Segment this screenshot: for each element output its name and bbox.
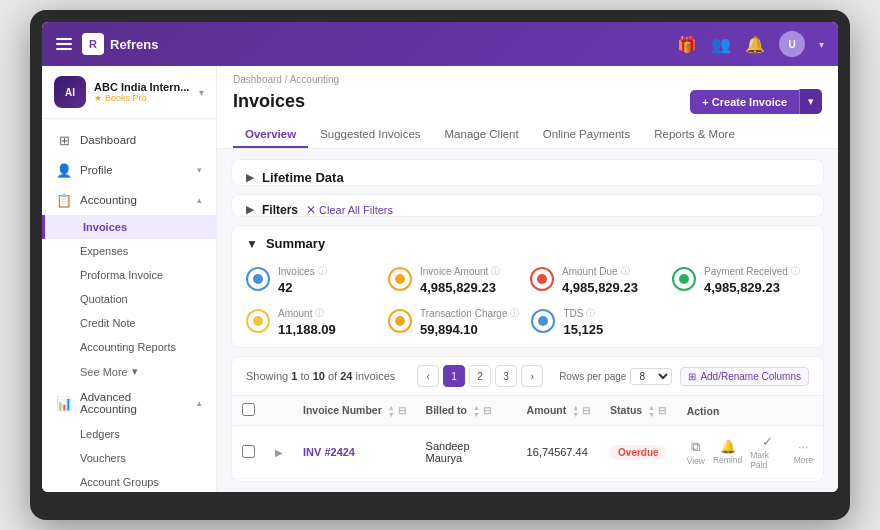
lifetime-data-header[interactable]: ▶ Lifetime Data xyxy=(232,160,823,186)
tab-onlinepayments[interactable]: Online Payments xyxy=(531,122,643,148)
info-icon-amount-due: ⓘ xyxy=(621,265,630,278)
filter-icon-number[interactable]: ⊟ xyxy=(398,405,406,416)
lifetime-data-block: ▶ Lifetime Data xyxy=(231,159,824,186)
profile-icon: 👤 xyxy=(56,162,72,178)
create-invoice-dropdown-button[interactable]: ▾ xyxy=(799,89,822,114)
filter-icon-amount[interactable]: ⊟ xyxy=(582,405,590,416)
company-chevron: ▾ xyxy=(199,87,204,98)
clear-filters-button[interactable]: ✕ Clear All Filters xyxy=(306,203,393,217)
user-avatar[interactable]: U xyxy=(779,31,805,57)
logo: R Refrens xyxy=(82,33,158,55)
sort-icon-amount[interactable]: ▲▼ xyxy=(572,404,579,418)
row1-inv-link[interactable]: INV #2424 xyxy=(303,446,355,458)
sidebar-see-more[interactable]: See More ▾ xyxy=(42,359,216,384)
sidebar-item-dashboard[interactable]: ⊞ Dashboard xyxy=(42,125,216,155)
tab-overview[interactable]: Overview xyxy=(233,122,308,148)
page-3-button[interactable]: 3 xyxy=(495,365,517,387)
sidebar-item-profile[interactable]: 👤 Profile ▾ xyxy=(42,155,216,185)
row1-more-button[interactable]: ··· More xyxy=(794,439,813,465)
bell-icon[interactable]: 🔔 xyxy=(745,35,765,54)
row1-view-button[interactable]: ⧉ View xyxy=(687,439,705,466)
summary-header[interactable]: ▼ Summary xyxy=(232,226,823,257)
row1-markpaid-button[interactable]: ✓ Mark Paid xyxy=(750,434,785,470)
sort-icon-billedto[interactable]: ▲▼ xyxy=(473,404,480,418)
sidebar-item-label: Advanced Accounting xyxy=(80,391,189,415)
stat-payment-received: Payment Received ⓘ 4,985,829.23 xyxy=(672,265,802,295)
info-icon-invoices: ⓘ xyxy=(318,265,327,278)
sidebar-item-vouchers[interactable]: Vouchers xyxy=(42,446,216,470)
col-header-action: Action xyxy=(677,396,823,426)
sidebar-item-accounting[interactable]: 📋 Accounting ▴ xyxy=(42,185,216,215)
table-header: Invoice Number ▲▼ ⊟ Billed to ▲▼ ⊟ xyxy=(232,396,823,426)
row1-expand-cell: ▶ xyxy=(265,426,293,479)
sidebar-item-accountgroups[interactable]: Account Groups xyxy=(42,470,216,492)
row1-action-icons: ⧉ View 🔔 Remind xyxy=(687,434,813,470)
logo-text: Refrens xyxy=(110,37,158,52)
page-1-button[interactable]: 1 xyxy=(443,365,465,387)
gift-icon[interactable]: 🎁 xyxy=(677,35,697,54)
stat-value-transaction-charge: 59,894.10 xyxy=(420,322,519,337)
header-expand-cell xyxy=(265,396,293,426)
sort-icon-status[interactable]: ▲▼ xyxy=(648,404,655,418)
user-chevron[interactable]: ▾ xyxy=(819,39,824,50)
sidebar-item-creditnote[interactable]: Credit Note xyxy=(42,311,216,335)
advancedacc-chevron: ▴ xyxy=(197,398,202,408)
top-nav-right: 🎁 👥 🔔 U ▾ xyxy=(677,31,824,57)
sidebar-item-label: Accounting xyxy=(80,194,137,206)
info-icon-transaction-charge: ⓘ xyxy=(510,307,519,320)
stat-info-amount-due: Amount Due ⓘ 4,985,829.23 xyxy=(562,265,638,295)
summary-chevron-icon: ▼ xyxy=(246,237,258,251)
add-columns-button[interactable]: ⊞ Add/Rename Columns xyxy=(680,367,809,386)
stat-info-payment-received: Payment Received ⓘ 4,985,829.23 xyxy=(704,265,800,295)
next-page-button[interactable]: › xyxy=(521,365,543,387)
data-table: Invoice Number ▲▼ ⊟ Billed to ▲▼ ⊟ xyxy=(232,396,823,482)
hamburger-icon[interactable] xyxy=(56,38,72,50)
filter-icon-status[interactable]: ⊟ xyxy=(658,405,666,416)
sort-icon-number[interactable]: ▲▼ xyxy=(388,404,395,418)
col-header-amount: Amount ▲▼ ⊟ xyxy=(517,396,600,426)
main-layout: AI ABC India Intern... ★ Books Pro ▾ ⊞ D… xyxy=(42,66,838,492)
company-plan: Books Pro xyxy=(105,93,147,103)
content-body: ▶ Lifetime Data ▶ Filters ✕ Clear All Fi… xyxy=(217,149,838,492)
row1-checkbox[interactable] xyxy=(242,445,255,458)
people-icon[interactable]: 👥 xyxy=(711,35,731,54)
tab-manageclient[interactable]: Manage Client xyxy=(433,122,531,148)
company-block[interactable]: AI ABC India Intern... ★ Books Pro ▾ xyxy=(42,66,216,119)
add-columns-icon: ⊞ xyxy=(688,371,696,382)
top-nav-left: R Refrens xyxy=(56,33,158,55)
stat-value-tds: 15,125 xyxy=(563,322,603,337)
filters-block: ▶ Filters ✕ Clear All Filters xyxy=(231,194,824,217)
tab-reports[interactable]: Reports & More xyxy=(642,122,747,148)
tabs-row: Overview Suggested Invoices Manage Clien… xyxy=(233,122,822,148)
summary-title: Summary xyxy=(266,236,325,251)
summary-block: ▼ Summary Invoices ⓘ 42 xyxy=(231,225,824,348)
sidebar-item-invoices[interactable]: Invoices xyxy=(42,215,216,239)
content-area: Dashboard / Accounting Invoices + Create… xyxy=(217,66,838,492)
prev-page-button[interactable]: ‹ xyxy=(417,365,439,387)
stat-invoice-amount: Invoice Amount ⓘ 4,985,829.23 xyxy=(388,265,518,295)
sidebar-item-expenses[interactable]: Expenses xyxy=(42,239,216,263)
sidebar-item-advancedacc[interactable]: 📊 Advanced Accounting ▴ xyxy=(42,384,216,422)
sidebar-item-proforma[interactable]: Proforma Invoice xyxy=(42,263,216,287)
table-row: ▶ INV #2424 Sandeep Maurya 16,74567.44 O… xyxy=(232,426,823,479)
stat-info-transaction-charge: Transaction Charge ⓘ 59,894.10 xyxy=(420,307,519,337)
summary-stats: Invoices ⓘ 42 Invoice Amount ⓘ xyxy=(232,257,823,347)
sidebar-item-accrep[interactable]: Accounting Reports xyxy=(42,335,216,359)
sidebar-item-quotation[interactable]: Quotation xyxy=(42,287,216,311)
sidebar-item-ledgers[interactable]: Ledgers xyxy=(42,422,216,446)
info-icon-invoice-amount: ⓘ xyxy=(491,265,500,278)
rows-per-page-select[interactable]: 8 15 25 xyxy=(630,368,672,385)
tab-suggested[interactable]: Suggested Invoices xyxy=(308,122,432,148)
select-all-checkbox[interactable] xyxy=(242,403,255,416)
remind-icon: 🔔 xyxy=(720,439,736,454)
stat-label-payment-received: Payment Received ⓘ xyxy=(704,265,800,278)
stat-label-invoice-amount: Invoice Amount ⓘ xyxy=(420,265,500,278)
create-invoice-button[interactable]: + Create Invoice xyxy=(690,90,799,114)
table-block: Showing 1 to 10 of 24 invoices ‹ 1 2 3 › xyxy=(231,356,824,482)
filter-icon-billedto[interactable]: ⊟ xyxy=(483,405,491,416)
stat-label-invoices: Invoices ⓘ xyxy=(278,265,327,278)
page-2-button[interactable]: 2 xyxy=(469,365,491,387)
stat-amount-due: Amount Due ⓘ 4,985,829.23 xyxy=(530,265,660,295)
row1-expand-icon[interactable]: ▶ xyxy=(275,447,283,458)
row1-remind-button[interactable]: 🔔 Remind xyxy=(713,439,742,465)
